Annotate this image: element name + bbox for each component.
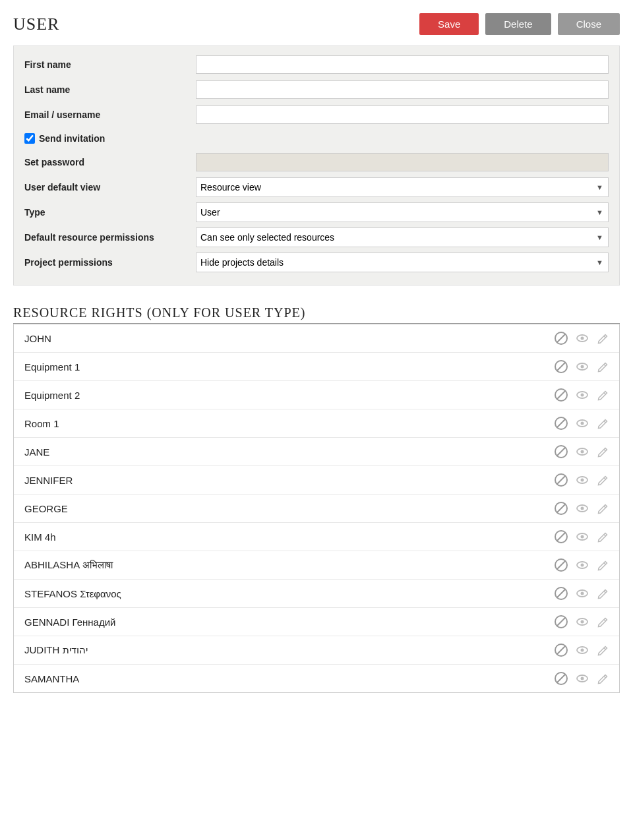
- eye-icon[interactable]: [573, 471, 591, 489]
- svg-point-63: [581, 677, 584, 680]
- type-label: Type: [24, 207, 196, 218]
- block-icon[interactable]: [552, 527, 570, 546]
- svg-line-31: [557, 504, 566, 513]
- list-item: JENNIFER: [14, 466, 619, 495]
- list-item: Room 1: [14, 409, 619, 438]
- first-name-label: First name: [24, 59, 196, 70]
- set-password-label: Set password: [24, 157, 196, 167]
- edit-icon[interactable]: [594, 471, 613, 489]
- edit-icon[interactable]: [594, 386, 613, 404]
- svg-line-14: [604, 393, 606, 395]
- resource-actions: [552, 471, 613, 489]
- svg-line-61: [557, 675, 566, 683]
- block-icon[interactable]: [552, 357, 570, 376]
- block-icon[interactable]: [552, 641, 570, 659]
- edit-icon[interactable]: [594, 329, 613, 347]
- list-item: GEORGE: [14, 495, 619, 523]
- resource-name: JENNIFER: [24, 475, 552, 486]
- page-title: User: [13, 15, 413, 34]
- block-icon[interactable]: [552, 414, 570, 433]
- edit-icon[interactable]: [594, 442, 613, 461]
- resource-actions: [552, 556, 613, 574]
- block-icon[interactable]: [552, 329, 570, 347]
- user-default-view-select[interactable]: Resource view Calendar view List view: [196, 177, 609, 197]
- svg-line-9: [604, 365, 606, 367]
- last-name-row: Last name: [24, 79, 609, 100]
- edit-icon[interactable]: [594, 669, 613, 688]
- first-name-input[interactable]: [196, 55, 609, 74]
- project-permissions-wrapper: Hide projects details Show projects deta…: [196, 253, 609, 272]
- send-invitation-checkbox[interactable]: [24, 133, 35, 144]
- eye-icon[interactable]: [573, 613, 591, 631]
- eye-icon[interactable]: [573, 669, 591, 688]
- block-icon[interactable]: [552, 584, 570, 603]
- svg-point-38: [581, 535, 584, 539]
- eye-icon[interactable]: [573, 556, 591, 574]
- svg-line-1: [557, 334, 566, 343]
- list-item: GENNADI Геннадий: [14, 608, 619, 636]
- block-icon[interactable]: [552, 386, 570, 404]
- set-password-input[interactable]: [196, 153, 609, 171]
- resource-list-container: JOHNEquipment 1Equipment 2Room 1JANEJENN…: [13, 324, 620, 693]
- type-row: Type User Administrator Supervisor: [24, 202, 609, 223]
- send-invitation-label[interactable]: Send invitation: [39, 133, 105, 144]
- list-item: Equipment 1: [14, 353, 619, 381]
- list-item: ABHILASHA अभिलाषा: [14, 551, 619, 580]
- resource-actions: [552, 641, 613, 659]
- save-button[interactable]: Save: [419, 13, 479, 35]
- svg-point-48: [581, 592, 584, 595]
- svg-line-24: [604, 450, 606, 452]
- eye-icon[interactable]: [573, 641, 591, 659]
- email-input[interactable]: [196, 105, 609, 124]
- default-resource-permissions-select[interactable]: Can see only selected resources Can see …: [196, 227, 609, 247]
- eye-icon[interactable]: [573, 527, 591, 546]
- block-icon[interactable]: [552, 556, 570, 574]
- edit-icon[interactable]: [594, 613, 613, 631]
- edit-icon[interactable]: [594, 641, 613, 659]
- eye-icon[interactable]: [573, 499, 591, 518]
- resource-name: KIM 4h: [24, 531, 552, 543]
- eye-icon[interactable]: [573, 414, 591, 433]
- last-name-input[interactable]: [196, 80, 609, 99]
- block-icon[interactable]: [552, 499, 570, 518]
- project-permissions-select[interactable]: Hide projects details Show projects deta…: [196, 253, 609, 272]
- svg-line-56: [557, 646, 566, 655]
- list-item: SAMANTHA: [14, 665, 619, 692]
- svg-line-16: [557, 419, 566, 428]
- edit-icon[interactable]: [594, 414, 613, 433]
- edit-icon[interactable]: [594, 357, 613, 376]
- resource-actions: [552, 669, 613, 688]
- close-button[interactable]: Close: [558, 13, 620, 35]
- edit-icon[interactable]: [594, 556, 613, 574]
- edit-icon[interactable]: [594, 527, 613, 546]
- resource-name: STEFANOS Στεφανος: [24, 588, 552, 599]
- project-permissions-row: Project permissions Hide projects detail…: [24, 252, 609, 273]
- eye-icon[interactable]: [573, 584, 591, 603]
- eye-icon[interactable]: [573, 442, 591, 461]
- first-name-row: First name: [24, 54, 609, 75]
- resource-name: Room 1: [24, 418, 552, 429]
- edit-icon[interactable]: [594, 584, 613, 603]
- email-row: Email / username: [24, 104, 609, 125]
- type-select[interactable]: User Administrator Supervisor: [196, 202, 609, 222]
- resource-list[interactable]: JOHNEquipment 1Equipment 2Room 1JANEJENN…: [14, 324, 619, 692]
- resource-actions: [552, 414, 613, 433]
- block-icon[interactable]: [552, 442, 570, 461]
- svg-line-19: [604, 421, 606, 423]
- resource-name: SAMANTHA: [24, 673, 552, 684]
- block-icon[interactable]: [552, 471, 570, 489]
- edit-icon[interactable]: [594, 499, 613, 518]
- resource-name: Equipment 2: [24, 390, 552, 401]
- block-icon[interactable]: [552, 669, 570, 688]
- send-invitation-row: Send invitation: [24, 129, 609, 148]
- list-item: JUDITH יהודית: [14, 636, 619, 665]
- svg-line-49: [604, 591, 606, 593]
- eye-icon[interactable]: [573, 357, 591, 376]
- last-name-label: Last name: [24, 84, 196, 95]
- eye-icon[interactable]: [573, 386, 591, 404]
- list-item: KIM 4h: [14, 523, 619, 551]
- delete-button[interactable]: Delete: [485, 13, 551, 35]
- resource-name: JUDITH יהודית: [24, 644, 552, 656]
- eye-icon[interactable]: [573, 329, 591, 347]
- block-icon[interactable]: [552, 613, 570, 631]
